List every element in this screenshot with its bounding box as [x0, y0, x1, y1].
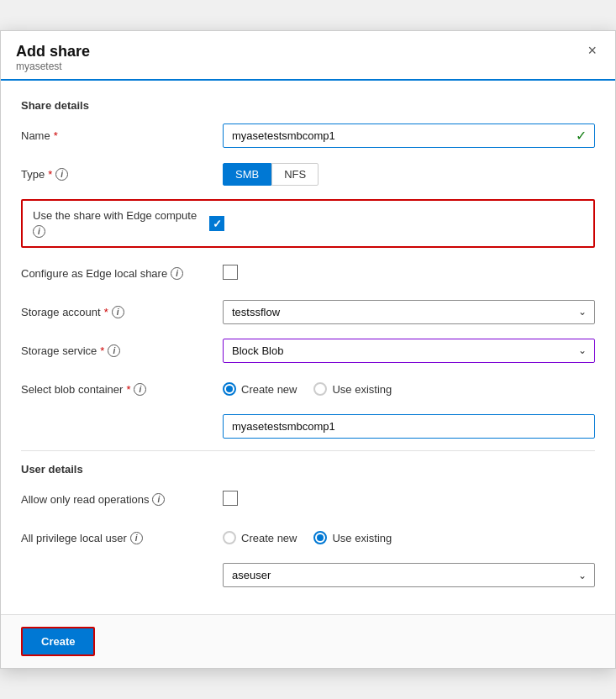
smb-toggle[interactable]: SMB — [223, 163, 271, 186]
name-input-area: ✓ — [223, 124, 595, 148]
edge-compute-checkbox-area — [209, 216, 583, 231]
edge-compute-checkbox[interactable] — [209, 216, 224, 231]
blob-input-spacer — [21, 414, 223, 439]
configure-local-checkbox-area — [223, 265, 595, 282]
type-toggle-area: SMB NFS — [223, 163, 595, 186]
storage-account-select-area: testssflow ⌄ — [223, 300, 595, 324]
storage-service-row: Storage service * i Block Blob Page Blob… — [21, 337, 595, 364]
read-only-checkbox-area — [223, 491, 595, 508]
privilege-user-info-icon[interactable]: i — [130, 532, 143, 544]
storage-service-select-area: Block Blob Page Blob Azure Files ⌄ — [223, 339, 595, 363]
configure-local-info-icon[interactable]: i — [171, 267, 183, 280]
type-required-star: * — [48, 168, 52, 181]
privilege-user-dropdown-area: aseuser ⌄ — [223, 563, 595, 587]
privilege-create-new-radio[interactable] — [223, 531, 236, 544]
privilege-dropdown-spacer — [21, 563, 223, 587]
type-info-icon[interactable]: i — [55, 168, 68, 181]
configure-local-row: Configure as Edge local share i — [21, 260, 595, 286]
blob-create-new-option[interactable]: Create new — [223, 382, 297, 396]
storage-service-select[interactable]: Block Blob Page Blob Azure Files — [223, 339, 595, 363]
privilege-user-dropdown-row: aseuser ⌄ — [21, 563, 595, 587]
blob-container-label: Select blob container * i — [21, 383, 223, 396]
edge-compute-info-icon[interactable]: i — [33, 225, 45, 238]
storage-account-info-icon[interactable]: i — [112, 306, 124, 318]
privilege-user-select[interactable]: aseuser — [223, 563, 595, 587]
blob-use-existing-option[interactable]: Use existing — [313, 382, 392, 396]
section-divider — [21, 450, 595, 451]
blob-container-radio-group: Create new Use existing — [223, 382, 595, 396]
create-button[interactable]: Create — [21, 627, 95, 656]
dialog-title: Add share — [16, 43, 90, 60]
read-only-row: Allow only read operations i — [21, 486, 595, 512]
storage-account-select[interactable]: testssflow — [223, 300, 595, 324]
storage-service-info-icon[interactable]: i — [108, 344, 120, 357]
privilege-use-existing-radio[interactable] — [313, 531, 327, 544]
blob-container-input-area — [223, 414, 595, 439]
privilege-user-row: All privilege local user i Create new Us… — [21, 524, 595, 551]
blob-container-row: Select blob container * i Create new Use… — [21, 376, 595, 402]
edge-compute-label: Use the share with Edge compute i — [33, 209, 209, 238]
user-details-section-label: User details — [21, 463, 595, 476]
name-row: Name * ✓ — [21, 122, 595, 149]
read-only-label: Allow only read operations i — [21, 493, 223, 506]
dialog-title-group: Add share myasetest — [16, 43, 90, 72]
blob-container-input[interactable] — [223, 414, 595, 439]
privilege-create-new-option[interactable]: Create new — [223, 531, 297, 544]
blob-container-info-icon[interactable]: i — [134, 383, 146, 396]
read-only-info-icon[interactable]: i — [152, 493, 165, 506]
blob-container-required-star: * — [126, 383, 130, 396]
configure-local-checkbox[interactable] — [223, 265, 238, 280]
storage-service-label: Storage service * i — [21, 344, 223, 357]
edge-compute-row: Use the share with Edge compute i — [21, 199, 595, 248]
name-check-icon: ✓ — [576, 128, 587, 144]
type-toggle-group: SMB NFS — [223, 163, 595, 186]
read-only-checkbox[interactable] — [223, 491, 238, 506]
blob-container-input-row — [21, 414, 595, 439]
blob-create-new-radio[interactable] — [223, 382, 236, 396]
dialog-header: Add share myasetest × — [1, 31, 615, 81]
type-row: Type * i SMB NFS — [21, 160, 595, 187]
name-input[interactable] — [223, 124, 595, 148]
name-required-star: * — [54, 129, 58, 142]
configure-local-label: Configure as Edge local share i — [21, 267, 223, 280]
type-label: Type * i — [21, 168, 223, 181]
share-details-section-label: Share details — [21, 99, 595, 112]
storage-account-label: Storage account * i — [21, 306, 223, 318]
privilege-user-radio-area: Create new Use existing — [223, 531, 595, 544]
blob-container-radio-area: Create new Use existing — [223, 382, 595, 396]
dialog-footer: Create — [1, 614, 615, 668]
blob-use-existing-radio[interactable] — [313, 382, 327, 396]
close-button[interactable]: × — [584, 43, 600, 58]
privilege-user-radio-group: Create new Use existing — [223, 531, 595, 544]
dialog-subtitle: myasetest — [16, 60, 90, 72]
storage-account-row: Storage account * i testssflow ⌄ — [21, 298, 595, 325]
privilege-use-existing-option[interactable]: Use existing — [313, 531, 392, 544]
storage-service-required-star: * — [100, 344, 104, 357]
nfs-toggle[interactable]: NFS — [271, 163, 319, 186]
storage-account-required-star: * — [104, 306, 108, 318]
add-share-dialog: Add share myasetest × Share details Name… — [0, 30, 616, 669]
name-label: Name * — [21, 129, 223, 142]
dialog-body: Share details Name * ✓ Type * i SMB NF — [1, 81, 615, 614]
privilege-user-label: All privilege local user i — [21, 532, 223, 544]
